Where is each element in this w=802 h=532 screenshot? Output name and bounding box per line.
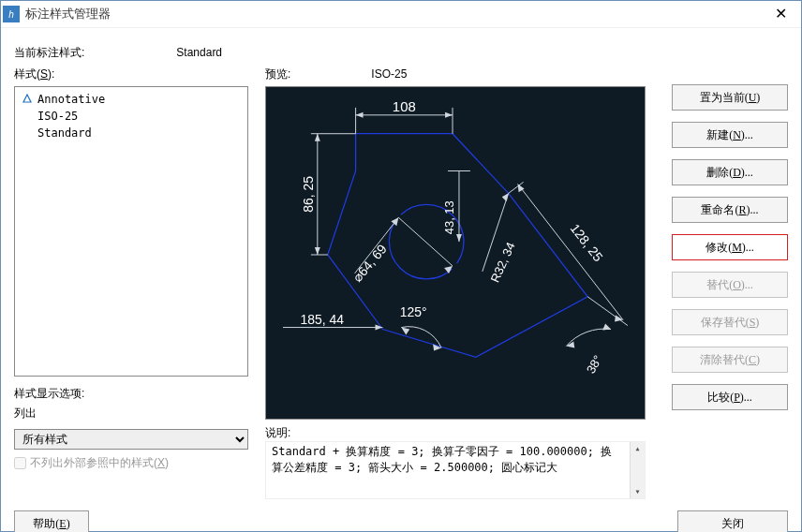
desc-scrollbar[interactable]: ▴▾ <box>630 442 645 498</box>
delete-button[interactable]: 删除(D)... <box>672 159 788 185</box>
list-item[interactable]: ISO-25 <box>17 108 245 125</box>
dim-125: 125° <box>400 304 427 319</box>
list-item[interactable]: Standard <box>17 125 245 141</box>
new-button[interactable]: 新建(N)... <box>672 122 788 148</box>
current-style-row: 当前标注样式: Standard <box>14 45 788 61</box>
dim-185: 185, 44 <box>301 312 345 327</box>
save-override-button: 保存替代(S) <box>672 309 788 335</box>
help-button[interactable]: 帮助(E) <box>14 510 89 532</box>
svg-line-16 <box>587 297 628 326</box>
list-item-label: ISO-25 <box>37 110 78 123</box>
style-list[interactable]: Annotative ISO-25 Standard <box>14 86 248 377</box>
xref-checkbox-row: 不列出外部参照中的样式(X) <box>14 455 248 471</box>
xref-checkbox-label: 不列出外部参照中的样式(X) <box>30 455 169 471</box>
compare-button[interactable]: 比较(P)... <box>672 384 788 410</box>
dim-86: 86, 25 <box>301 176 316 213</box>
styles-label: 样式(S): <box>14 66 248 82</box>
preview-style-name: ISO-25 <box>371 67 407 81</box>
current-style-value: Standard <box>176 46 222 59</box>
window-title: 标注样式管理器 <box>25 6 762 22</box>
right-button-column: 置为当前(U) 新建(N)... 删除(D)... 重命名(R)... 修改(M… <box>672 84 788 410</box>
dim-108: 108 <box>393 99 416 114</box>
display-options: 样式显示选项: 列出 所有样式 不列出外部参照中的样式(X) <box>14 386 248 471</box>
modify-button[interactable]: 修改(M)... <box>672 234 788 260</box>
display-options-label: 样式显示选项: <box>14 386 248 402</box>
style-filter-select[interactable]: 所有样式 <box>14 429 248 450</box>
dialog-window: h 标注样式管理器 ✕ 当前标注样式: Standard 样式(S): Anno… <box>0 0 802 532</box>
current-style-label: 当前标注样式: <box>14 45 173 61</box>
preview-label: 预览: <box>265 66 368 82</box>
dim-43: 43, 13 <box>442 200 456 234</box>
preview-drawing: 108 86, 25 43, 13 <box>266 87 645 419</box>
description-label: 说明: <box>265 425 659 441</box>
left-column: 样式(S): Annotative ISO-25 Standard <box>14 66 248 471</box>
main-row: 样式(S): Annotative ISO-25 Standard <box>14 66 788 499</box>
scroll-down-icon[interactable]: ▾ <box>634 485 640 498</box>
set-current-button[interactable]: 置为当前(U) <box>672 84 788 111</box>
xref-checkbox[interactable] <box>14 457 26 469</box>
preview-header: 预览: ISO-25 <box>265 66 659 82</box>
clear-override-button: 清除替代(C) <box>672 347 788 373</box>
scroll-up-icon[interactable]: ▴ <box>634 442 640 455</box>
dim-d64: ⌀64, 69 <box>350 241 390 284</box>
list-item[interactable]: Annotative <box>17 91 245 108</box>
middle-column: 预览: ISO-25 108 <box>265 66 659 499</box>
close-icon[interactable]: ✕ <box>762 1 799 27</box>
dim-r32: R32, 34 <box>488 240 518 284</box>
rename-button[interactable]: 重命名(R)... <box>672 197 788 223</box>
app-icon: h <box>3 6 20 22</box>
list-item-label: Standard <box>37 126 92 140</box>
preview-pane: 108 86, 25 43, 13 <box>265 86 646 420</box>
list-item-label: Annotative <box>37 93 105 106</box>
svg-line-14 <box>518 184 623 319</box>
title-bar: h 标注样式管理器 ✕ <box>1 1 801 28</box>
close-button[interactable]: 关闭 <box>677 510 788 532</box>
bottom-row: 帮助(E) 关闭 <box>14 510 788 532</box>
description-text: Standard + 换算精度 = 3; 换算子零因子 = 100.000000… <box>272 444 639 476</box>
dim-38: 38° <box>584 353 605 376</box>
content-area: 当前标注样式: Standard 样式(S): Annotative ISO-2… <box>1 28 801 532</box>
override-button: 替代(O)... <box>672 272 788 298</box>
list-out-label: 列出 <box>14 406 248 421</box>
description-box: Standard + 换算精度 = 3; 换算子零因子 = 100.000000… <box>265 441 646 499</box>
annotative-icon <box>21 93 34 106</box>
dim-128: 128, 25 <box>568 221 606 265</box>
